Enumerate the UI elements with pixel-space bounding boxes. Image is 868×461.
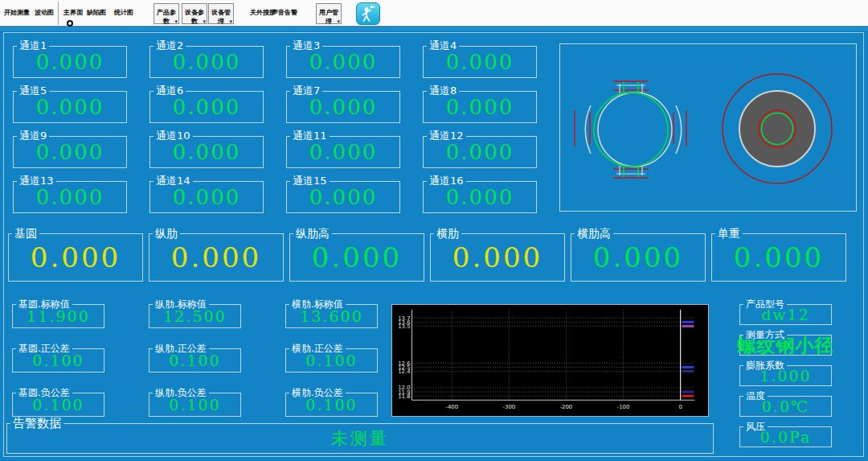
channel-box: 通道2 0.000 [149, 46, 264, 78]
product-field: 风压 0.0Pa [739, 426, 832, 447]
toolbar: 开始测量 波动图 主界面 缺陷图 统计图 产品参数 ▾ 设备参数 ▾ 设备管理 … [0, 0, 868, 27]
channel-box: 通道14 0.000 [149, 181, 264, 213]
channel-box: 通道13 0.000 [13, 181, 127, 213]
measurement-box: 基圆 0.000 [8, 233, 143, 282]
app-window: 开始测量 波动图 主界面 缺陷图 统计图 产品参数 ▾ 设备参数 ▾ 设备管理 … [0, 0, 868, 461]
svg-text:-200: -200 [560, 404, 573, 410]
product-field: 产品型号 dw12 [739, 304, 832, 325]
menu-wave-chart[interactable]: 波动图 [35, 8, 54, 17]
svg-text:-400: -400 [445, 404, 458, 410]
dropdown-arrow-icon: ▾ [229, 19, 232, 25]
measurements-row: 基圆 0.000 纵肋 0.000 纵肋高 0.000 横肋 0.000 横肋高… [8, 233, 846, 282]
measurement-box: 纵肋 0.000 [149, 233, 284, 282]
dropdown-arrow-icon: ▾ [174, 19, 178, 25]
parameter-box: 基圆.标称值 11.900 [12, 304, 104, 328]
menu-device-params[interactable]: 设备参数 ▾ [182, 3, 207, 24]
parameter-box: 基圆.负公差 0.100 [12, 393, 104, 417]
channel-box: 通道15 0.000 [286, 181, 400, 213]
measurement-box-value: 0.000 [9, 234, 142, 281]
dropdown-arrow-icon: ▾ [203, 19, 206, 25]
channel-box: 通道10 0.000 [149, 136, 264, 168]
svg-text:13.5: 13.5 [398, 323, 410, 330]
main-screen-selected-indicator [67, 20, 73, 27]
svg-text:0: 0 [678, 404, 682, 410]
product-info-column: 产品型号 dw12 测量方式 螺纹钢小径 膨胀系数 1.000 温度 0.0℃ … [739, 304, 832, 447]
parameter-box: 纵肋.正公差 0.100 [149, 348, 241, 373]
measurement-box-value: 0.000 [290, 234, 424, 281]
measurement-box-value: 0.000 [149, 234, 283, 281]
product-field: 温度 0.0℃ [739, 396, 832, 417]
channel-box: 通道8 0.000 [423, 91, 537, 123]
parameters-grid: 基圆.标称值 11.900 纵肋.标称值 12.500 横肋.标称值 13.60… [12, 304, 378, 417]
parameter-box: 横肋.标称值 13.600 [285, 304, 378, 328]
channel-box: 通道5 0.000 [13, 91, 127, 123]
menu-defect-chart[interactable]: 缺陷图 [87, 8, 106, 17]
measurement-box: 单重 0.000 [711, 233, 846, 282]
menu-user-management[interactable]: 用户管理 ▾ [316, 3, 342, 24]
toolbar-separator [58, 2, 59, 25]
toolbar-bottom-strip [0, 27, 868, 31]
svg-text:-300: -300 [503, 404, 516, 410]
profile-view-diagram [575, 81, 686, 178]
dropdown-arrow-icon: ▾ [337, 19, 340, 25]
parameter-box: 横肋.负公差 0.100 [285, 393, 378, 417]
parameter-box: 横肋.正公差 0.100 [285, 348, 378, 373]
measurement-box-value: 0.000 [712, 234, 845, 281]
menu-statistics-chart[interactable]: 统计图 [114, 8, 133, 17]
measure-status-text: 未测量 [7, 424, 713, 453]
measurement-box-value: 0.000 [431, 234, 564, 281]
measurement-box: 横肋高 0.000 [571, 233, 706, 282]
channel-box: 通道7 0.000 [286, 91, 400, 123]
measurement-box: 横肋 0.000 [430, 233, 565, 282]
menu-main-screen[interactable]: 主界面 [63, 8, 83, 17]
channel-box: 通道4 0.000 [423, 46, 537, 78]
parameter-box: 基圆.正公差 0.100 [12, 348, 104, 373]
channels-grid: 通道1 0.000 通道2 0.000 通道3 0.000 通道4 0.000 … [13, 46, 537, 213]
person-with-flag-icon[interactable] [356, 2, 380, 25]
channel-box: 通道11 0.000 [286, 136, 400, 168]
parameter-box: 纵肋.标称值 12.500 [149, 304, 241, 328]
cross-section-diagram [723, 74, 832, 183]
trend-chart: 13.713.613.512.612.512.412.011.911.8-400… [391, 304, 709, 417]
menu-sound-alarm[interactable]: 声音告警 [272, 8, 297, 17]
channel-box: 通道3 0.000 [286, 46, 400, 78]
svg-text:11.8: 11.8 [398, 393, 410, 400]
menu-start-measurement[interactable]: 开始测量 [4, 8, 30, 17]
channel-box: 通道12 0.000 [423, 136, 537, 168]
svg-text:-100: -100 [617, 404, 630, 410]
channel-box: 通道9 0.000 [13, 136, 127, 168]
measurement-box: 纵肋高 0.000 [289, 233, 424, 282]
gauge-view-panel [559, 43, 857, 212]
channel-box: 通道16 0.000 [423, 181, 537, 213]
menu-product-params[interactable]: 产品参数 ▾ [154, 3, 179, 24]
channel-box: 通道6 0.000 [149, 91, 264, 123]
channel-box: 通道1 0.000 [13, 46, 127, 78]
parameter-box: 纵肋.负公差 0.100 [149, 393, 241, 417]
svg-text:12.4: 12.4 [398, 368, 410, 375]
alarm-data-box: 告警数据 未测量 [6, 423, 714, 454]
product-field: 测量方式 螺纹钢小径 [739, 335, 832, 356]
alarm-data-label: 告警数据 [10, 417, 63, 430]
measurement-box-value: 0.000 [571, 234, 705, 281]
product-field: 膨胀系数 1.000 [739, 365, 832, 386]
menu-device-management[interactable]: 设备管理 ▾ [208, 3, 234, 24]
